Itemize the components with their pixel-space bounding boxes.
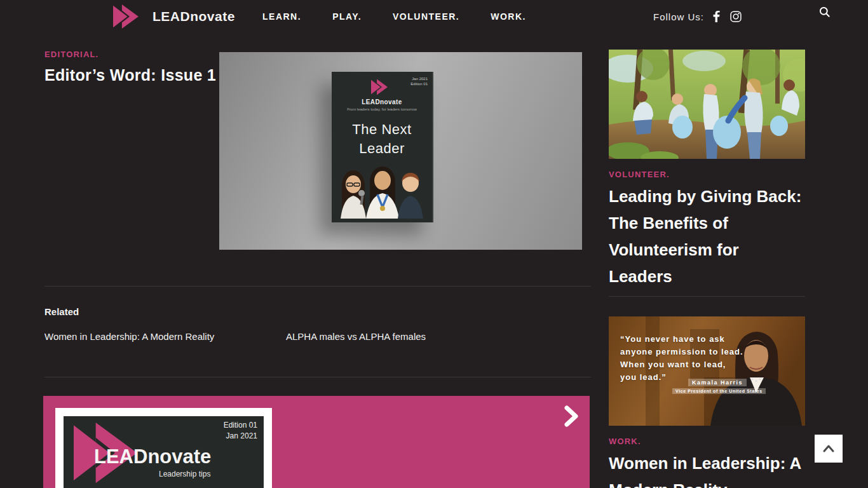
magazine-cover: Jan 2021 Edition 01 LEADnovate From lead… <box>332 72 433 222</box>
kamala-quote-role: Vice President of the United States <box>672 388 766 394</box>
carousel-edition: Edition 01 <box>224 420 257 431</box>
brand-name: LEADnovate <box>153 9 235 24</box>
chevron-up-icon <box>822 444 835 453</box>
cover-logo-icon <box>371 79 393 95</box>
nav-item-volunteer[interactable]: VOLUNTEER. <box>393 11 459 22</box>
search-glyph <box>818 6 831 18</box>
kamala-quote-text: “You never have to ask anyone permission… <box>620 333 743 384</box>
featured-image[interactable]: Jan 2021 Edition 01 LEADnovate From lead… <box>219 52 582 250</box>
issues-carousel: Edition 01 Jan 2021 LEADnovate Leadershi… <box>43 396 590 488</box>
carousel-subtitle: Leadership tips <box>159 470 210 478</box>
related-link-alpha-males[interactable]: ALPHA males vs ALPHA females <box>286 331 426 342</box>
sidebar-post-volunteer-category[interactable]: VOLUNTEER. <box>609 170 805 179</box>
cover-title: The Next Leader <box>332 120 432 158</box>
cover-date: Jan 2021 <box>410 76 428 81</box>
article-title: Editor’s Word: Issue 1 <box>44 66 216 85</box>
page: LEADnovate LEARN. PLAY. VOLUNTEER. WORK.… <box>0 0 868 488</box>
carousel-cover: Edition 01 Jan 2021 LEADnovate Leadershi… <box>64 416 264 488</box>
chevron-right-icon <box>563 405 580 427</box>
divider-top <box>44 286 591 287</box>
cover-people-illustration <box>334 160 430 219</box>
scroll-to-top-button[interactable] <box>815 435 843 463</box>
follow-us-label: Follow Us: <box>653 11 704 22</box>
sidebar: VOLUNTEER. Leading by Giving Back: The B… <box>609 50 805 488</box>
sidebar-post-volunteer-title[interactable]: Leading by Giving Back: The Benefits of … <box>609 183 805 290</box>
follow-us-block: Follow Us: <box>653 0 742 33</box>
carousel-issue-info: Edition 01 Jan 2021 <box>224 420 257 442</box>
nav-item-learn[interactable]: LEARN. <box>262 11 301 22</box>
cover-issue-info: Jan 2021 Edition 01 <box>410 76 428 86</box>
leadnovate-logo-icon <box>113 4 146 29</box>
carousel-next-button[interactable] <box>555 401 587 433</box>
kamala-quote-attribution: Kamala Harris <box>688 379 747 386</box>
nav-item-work[interactable]: WORK. <box>491 11 526 22</box>
divider-bottom <box>44 377 591 377</box>
instagram-glyph <box>730 11 742 22</box>
facebook-glyph <box>713 11 720 22</box>
facebook-icon[interactable] <box>713 11 720 22</box>
sidebar-post-work-title[interactable]: Women in Leadership: A Modern Reality <box>609 450 805 488</box>
sidebar-divider <box>609 296 805 297</box>
related-heading: Related <box>44 306 79 317</box>
carousel-brand: LEADnovate <box>94 445 211 468</box>
search-icon[interactable] <box>818 6 832 20</box>
social-links <box>713 11 742 22</box>
related-link-women-in-leadership[interactable]: Women in Leadership: A Modern Reality <box>44 331 214 342</box>
brand-logo[interactable]: LEADnovate <box>113 4 235 29</box>
instagram-icon[interactable] <box>730 11 742 22</box>
carousel-slide-edition-01[interactable]: Edition 01 Jan 2021 LEADnovate Leadershi… <box>55 408 272 488</box>
sidebar-post-volunteer-image[interactable] <box>609 50 805 159</box>
carousel-date: Jan 2021 <box>224 431 257 442</box>
main-nav: LEARN. PLAY. VOLUNTEER. WORK. <box>262 0 526 33</box>
main-content: EDITORIAL. Editor’s Word: Issue 1 Jan 20… <box>44 50 591 59</box>
sidebar-post-work-image[interactable]: “You never have to ask anyone permission… <box>609 316 805 426</box>
nav-item-play[interactable]: PLAY. <box>332 11 362 22</box>
volunteer-cleanup-photo <box>609 50 805 159</box>
site-header: LEADnovate LEARN. PLAY. VOLUNTEER. WORK.… <box>0 0 868 33</box>
sidebar-post-work-category[interactable]: WORK. <box>609 437 805 446</box>
cover-brand: LEADnovate <box>332 98 432 105</box>
cover-tagline: From leaders today, for leaders tomorrow <box>332 107 432 111</box>
cover-edition: Edition 01 <box>410 81 428 86</box>
